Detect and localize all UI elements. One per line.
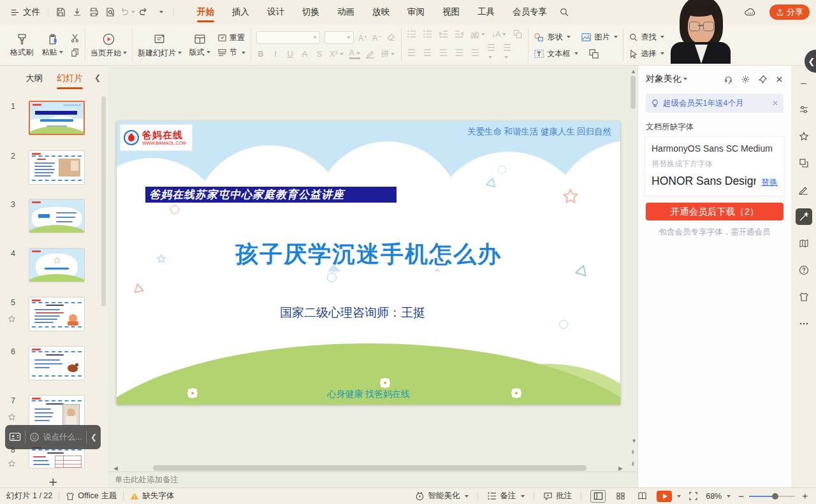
slide-thumbnail-7[interactable]	[29, 395, 85, 429]
beautify-tool-button[interactable]	[796, 208, 812, 225]
bold-button[interactable]: B	[256, 50, 265, 59]
highlight-icon[interactable]	[366, 49, 375, 59]
underline-button[interactable]: U	[286, 50, 295, 59]
pinyin-button[interactable]: 拼	[381, 48, 395, 59]
copy-icon[interactable]	[70, 48, 80, 57]
comments-button[interactable]: 批注	[543, 491, 572, 501]
download-member-button[interactable]: 开通会员后下载（2）	[646, 203, 783, 220]
reset-button[interactable]: 重置	[217, 32, 245, 43]
save-button[interactable]	[52, 4, 69, 20]
undo-button[interactable]	[119, 4, 135, 20]
horizontal-scrollbar[interactable]	[153, 465, 586, 471]
cut-icon[interactable]	[70, 33, 80, 43]
favorite-star-icon[interactable]	[8, 459, 16, 468]
char-spacing-button[interactable]: ab	[470, 30, 485, 39]
zoom-in-button[interactable]: ＋	[800, 490, 810, 502]
chat-collapse-icon[interactable]: ❮	[91, 433, 97, 442]
smart-beautify-button[interactable]: 智能美化	[415, 491, 469, 501]
layout-button[interactable]: 版式	[187, 33, 212, 58]
screen-share-icon[interactable]	[9, 432, 21, 443]
missing-font-warning[interactable]: 缺失字体	[130, 491, 174, 501]
gear-icon[interactable]	[741, 75, 750, 84]
align-right-button[interactable]	[439, 48, 448, 57]
next-slide-button[interactable]: ⇟	[630, 461, 636, 467]
tab-design[interactable]: 设计	[258, 0, 293, 24]
decrease-font-button[interactable]: A⁻	[372, 33, 382, 43]
play-from-current-button[interactable]: 当页开始	[91, 32, 127, 59]
favorite-star-icon[interactable]	[8, 413, 16, 421]
export-button[interactable]	[69, 4, 85, 20]
text-shadow-button[interactable]: S	[315, 50, 324, 59]
slide-thumbnail-1[interactable]	[29, 101, 85, 135]
increase-indent-button[interactable]	[455, 30, 464, 38]
pin-icon[interactable]	[758, 75, 768, 84]
notes-area[interactable]: 单击此处添加备注	[108, 472, 638, 487]
tab-insert[interactable]: 插入	[223, 0, 258, 24]
new-slide-button[interactable]: 新建幻灯片	[138, 32, 182, 59]
section-button[interactable]: 节	[217, 47, 245, 58]
picture-button[interactable]: 图片	[581, 32, 618, 43]
emoji-icon[interactable]	[29, 432, 40, 442]
favorite-star-icon[interactable]	[8, 315, 16, 323]
sidebar-scrollbar[interactable]	[101, 96, 106, 306]
zoom-knob[interactable]	[772, 493, 778, 500]
normal-view-button[interactable]	[590, 490, 606, 503]
text-align-vertical-button[interactable]	[502, 43, 512, 61]
replace-link[interactable]: 替换	[761, 176, 778, 188]
format-painter-button[interactable]: 格式刷	[9, 33, 34, 58]
slide-title-text[interactable]: 孩子厌学沉迷手机怎么办	[117, 239, 620, 270]
tab-animation[interactable]: 动画	[328, 0, 363, 24]
fit-slide-button[interactable]	[688, 491, 698, 501]
share-button[interactable]: 分享	[769, 4, 810, 20]
italic-button[interactable]: I	[271, 50, 280, 59]
favorites-button[interactable]	[796, 128, 812, 145]
slide-thumbnail-2[interactable]	[29, 150, 85, 185]
message-cloud-button[interactable]	[741, 4, 758, 20]
strikethrough-button[interactable]: A	[300, 50, 309, 59]
switch-window-button[interactable]	[796, 155, 812, 171]
sidebar-collapse-button[interactable]: ❮	[94, 73, 101, 82]
bullet-list-button[interactable]	[407, 30, 416, 38]
font-size-select[interactable]	[324, 31, 354, 44]
clear-format-icon[interactable]	[386, 33, 396, 43]
previous-slide-button[interactable]: ⇞	[630, 449, 636, 456]
tab-member[interactable]: 会员专享	[504, 0, 556, 24]
arrange-button[interactable]	[588, 48, 599, 59]
slide-sorter-view-button[interactable]	[613, 491, 627, 502]
align-left-button[interactable]	[407, 48, 416, 57]
tab-home[interactable]: 开始	[188, 0, 223, 24]
increase-font-button[interactable]: A⁺	[358, 33, 368, 43]
slide-thumbnail-6[interactable]	[29, 346, 85, 380]
slide-thumbnail-5[interactable]	[29, 297, 85, 331]
reading-view-button[interactable]	[635, 491, 649, 502]
tab-slides[interactable]: 幻灯片	[55, 70, 84, 87]
scroll-down-arrow[interactable]: ▼	[631, 438, 637, 444]
font-family-select[interactable]	[256, 31, 320, 44]
chat-input[interactable]: 说点什么...	[43, 432, 82, 443]
notes-button[interactable]: 备注	[487, 491, 525, 501]
numbered-list-button[interactable]	[423, 30, 432, 38]
zoom-slider[interactable]: − ＋	[738, 490, 810, 502]
slide-thumbnail-4[interactable]	[29, 248, 85, 282]
slide-banner-text[interactable]: 爸妈在线苏家屯中心家庭教育公益讲座	[145, 187, 397, 203]
redo-button[interactable]	[135, 4, 152, 20]
theme-button[interactable]: Office 主题	[66, 491, 117, 501]
tab-outline[interactable]: 大纲	[24, 70, 44, 87]
panel-title-dropdown[interactable]: 对象美化	[646, 73, 687, 85]
distribute-button[interactable]	[470, 48, 480, 57]
decrease-indent-button[interactable]	[439, 30, 448, 38]
play-slideshow-button[interactable]	[657, 491, 681, 502]
slide-presenter-text[interactable]: 国家二级心理咨询师：王挺	[117, 305, 588, 321]
tab-slideshow[interactable]: 放映	[363, 0, 398, 24]
superscript-button[interactable]: X²	[330, 50, 344, 59]
slide-thumbnail-3[interactable]	[29, 199, 85, 233]
toolbar-more-button[interactable]	[152, 4, 168, 20]
tab-tools[interactable]: 工具	[469, 0, 504, 24]
convert-smartart-button[interactable]	[513, 29, 523, 39]
print-button[interactable]	[85, 4, 102, 20]
hscroll-left-arrow[interactable]: ◀	[113, 465, 118, 472]
shapes-button[interactable]: 形状	[534, 32, 571, 43]
member-promo-banner[interactable]: 超级会员买1年送4个月 ✕	[646, 94, 783, 113]
vertical-scrollbar[interactable]	[630, 76, 636, 109]
ribbon-search-button[interactable]	[556, 4, 572, 20]
